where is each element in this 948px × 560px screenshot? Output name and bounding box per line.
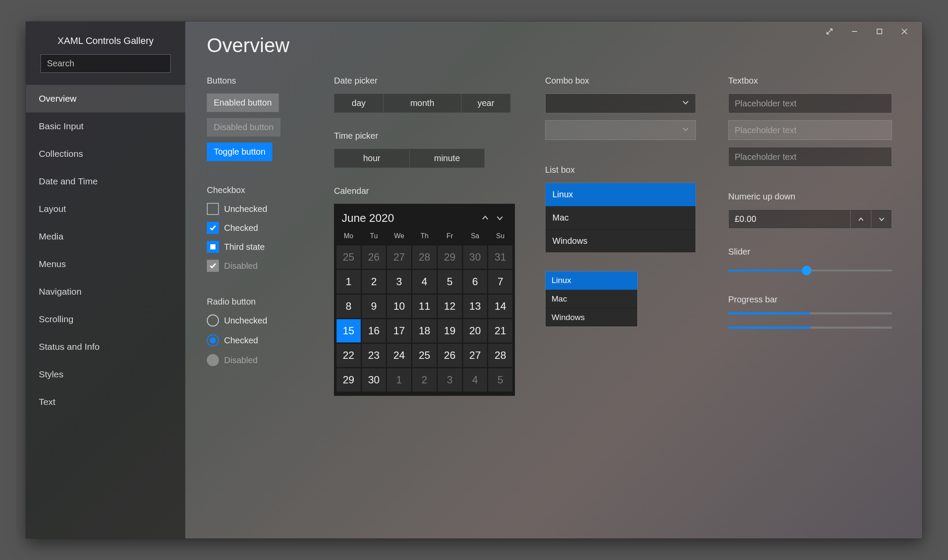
app-window: XAML Controls Gallery OverviewBasic Inpu… xyxy=(26,22,922,538)
combo-box[interactable] xyxy=(545,93,696,113)
minimize-icon[interactable] xyxy=(848,25,861,38)
calendar-day[interactable]: 16 xyxy=(362,319,386,342)
timepicker-label: Time picker xyxy=(334,131,515,141)
calendar-dow: Tu xyxy=(362,230,386,244)
calendar-day[interactable]: 15 xyxy=(337,319,361,342)
numeric-down-button[interactable] xyxy=(871,210,892,228)
close-icon[interactable] xyxy=(898,25,911,38)
slider-thumb[interactable] xyxy=(802,266,811,275)
calendar-day[interactable]: 14 xyxy=(488,295,512,318)
calendar-day[interactable]: 13 xyxy=(463,295,487,318)
textbox[interactable] xyxy=(728,93,892,113)
calendar-day[interactable]: 7 xyxy=(488,270,512,293)
date-month[interactable]: month xyxy=(384,94,462,112)
date-year[interactable]: year xyxy=(462,94,510,112)
calendar-day[interactable]: 21 xyxy=(488,319,512,342)
calendar-dow: We xyxy=(387,230,411,244)
chevron-up-icon[interactable] xyxy=(478,211,493,225)
calendar-day[interactable]: 4 xyxy=(412,270,437,293)
sidebar-item-basic-input[interactable]: Basic Input xyxy=(26,112,185,140)
calendar-day[interactable]: 27 xyxy=(463,344,487,367)
calendar-day[interactable]: 30 xyxy=(362,368,386,392)
maximize-icon[interactable] xyxy=(873,25,886,38)
calendar-day[interactable]: 1 xyxy=(337,270,361,293)
list-box-small[interactable]: LinuxMacWindows xyxy=(545,271,638,327)
calendar-day[interactable]: 9 xyxy=(362,295,386,318)
sidebar-item-date-and-time[interactable]: Date and Time xyxy=(26,168,185,195)
calendar-day[interactable]: 31 xyxy=(488,246,512,269)
list-box[interactable]: LinuxMacWindows xyxy=(545,183,696,253)
list-item[interactable]: Windows xyxy=(546,308,637,327)
calendar-day[interactable]: 17 xyxy=(387,319,411,342)
expand-icon[interactable] xyxy=(823,25,836,38)
calendar-day[interactable]: 20 xyxy=(463,319,487,342)
sidebar-item-styles[interactable]: Styles xyxy=(26,361,185,388)
list-item[interactable]: Linux xyxy=(546,183,695,206)
calendar-day[interactable]: 12 xyxy=(438,295,462,318)
date-day[interactable]: day xyxy=(334,94,384,112)
calendar-day[interactable]: 3 xyxy=(438,368,462,392)
calendar-day[interactable]: 1 xyxy=(387,368,411,392)
time-minute[interactable]: minute xyxy=(410,149,485,168)
time-picker[interactable]: hour minute xyxy=(334,149,485,168)
list-item[interactable]: Mac xyxy=(546,206,695,230)
chevron-down-icon[interactable] xyxy=(493,211,507,225)
sidebar-item-menus[interactable]: Menus xyxy=(26,250,185,278)
calendar-day[interactable]: 8 xyxy=(337,295,361,318)
numeric-up-button[interactable] xyxy=(850,210,871,228)
checkbox-thirdstate[interactable] xyxy=(207,241,219,253)
sidebar-item-navigation[interactable]: Navigation xyxy=(26,278,185,305)
calendar-day[interactable]: 18 xyxy=(412,319,437,342)
calendar-day[interactable]: 29 xyxy=(438,246,462,269)
checkbox-disabled xyxy=(207,260,219,272)
calendar-day[interactable]: 2 xyxy=(412,368,437,392)
calendar-day[interactable]: 5 xyxy=(488,368,512,392)
list-item[interactable]: Mac xyxy=(546,290,637,308)
calendar-day[interactable]: 28 xyxy=(412,246,437,269)
sidebar-item-collections[interactable]: Collections xyxy=(26,140,185,168)
calendar-day[interactable]: 28 xyxy=(488,344,512,367)
calendar-day[interactable]: 5 xyxy=(438,270,462,293)
calendar-day[interactable]: 30 xyxy=(463,246,487,269)
slider[interactable] xyxy=(728,264,892,277)
calendar-day[interactable]: 10 xyxy=(387,295,411,318)
sidebar-item-text[interactable]: Text xyxy=(26,388,185,416)
textbox-2[interactable] xyxy=(728,147,892,167)
sidebar-item-media[interactable]: Media xyxy=(26,223,185,250)
radio-checked-label: Checked xyxy=(224,336,258,345)
calendar-day[interactable]: 26 xyxy=(362,246,386,269)
checkbox-checked[interactable] xyxy=(207,222,219,234)
enabled-button[interactable]: Enabled button xyxy=(207,93,279,112)
sidebar-item-layout[interactable]: Layout xyxy=(26,195,185,223)
svg-rect-0 xyxy=(877,29,882,34)
calendar-day[interactable]: 29 xyxy=(337,368,361,392)
sidebar-item-overview[interactable]: Overview xyxy=(26,85,185,112)
calendar-day[interactable]: 27 xyxy=(387,246,411,269)
page-title: Overview xyxy=(207,34,901,57)
calendar-day[interactable]: 22 xyxy=(337,344,361,367)
calendar-day[interactable]: 3 xyxy=(387,270,411,293)
sidebar-item-scrolling[interactable]: Scrolling xyxy=(26,305,185,333)
calendar-day[interactable]: 25 xyxy=(337,246,361,269)
radio-checked[interactable] xyxy=(207,334,219,346)
calendar-day[interactable]: 11 xyxy=(412,295,437,318)
calendar-day[interactable]: 23 xyxy=(362,344,386,367)
calendar-day[interactable]: 4 xyxy=(463,368,487,392)
toggle-button[interactable]: Toggle button xyxy=(207,143,272,161)
list-item[interactable]: Linux xyxy=(546,271,637,290)
date-picker[interactable]: day month year xyxy=(334,93,511,113)
calendar-day[interactable]: 25 xyxy=(412,344,437,367)
search-input[interactable] xyxy=(41,54,171,73)
calendar-day[interactable]: 24 xyxy=(387,344,411,367)
radio-unchecked[interactable] xyxy=(207,314,219,327)
checkbox-unchecked[interactable] xyxy=(207,203,219,215)
calendar-day[interactable]: 19 xyxy=(438,319,462,342)
calendar-day[interactable]: 6 xyxy=(463,270,487,293)
time-hour[interactable]: hour xyxy=(334,149,410,168)
list-item[interactable]: Windows xyxy=(546,230,695,252)
numeric-up-down[interactable] xyxy=(728,209,892,229)
calendar-day[interactable]: 2 xyxy=(362,270,386,293)
numeric-value[interactable] xyxy=(729,210,850,228)
calendar-day[interactable]: 26 xyxy=(438,344,462,367)
sidebar-item-status-and-info[interactable]: Status and Info xyxy=(26,333,185,361)
